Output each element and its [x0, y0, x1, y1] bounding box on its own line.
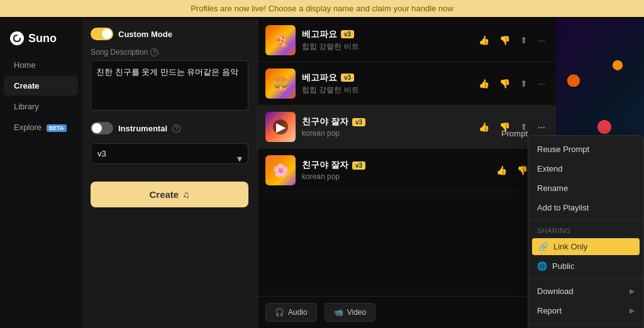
sidebar: Suno Home Create Library Explore BETA [0, 19, 82, 328]
instrumental-toggle[interactable] [91, 122, 113, 134]
download-label: Download [537, 287, 574, 296]
beta-badge: BETA [47, 124, 67, 132]
create-button[interactable]: Create ♫ [91, 182, 248, 207]
custom-mode-label: Custom Mode [118, 30, 172, 39]
song-genre-2: 힙힙 강렬한 비트 [302, 85, 475, 96]
song-item-1[interactable]: 🍕 베고파요 v3 힙힙 강렬한 비트 👍 👎 ⬆ ··· [258, 19, 556, 62]
video-button[interactable]: 📹 Video [325, 303, 375, 322]
audio-button[interactable]: 🎧 Audio [265, 303, 317, 322]
context-download[interactable]: Download ▶ [528, 282, 643, 301]
like-btn-4[interactable]: 👍 [493, 163, 510, 178]
more-btn-3[interactable]: ··· [535, 119, 548, 134]
context-extend[interactable]: Extend [528, 159, 643, 178]
report-arrow-icon: ▶ [630, 307, 635, 315]
reuse-prompt-label: Reuse Prompt [537, 145, 589, 154]
prompt-label: Prompt [501, 129, 528, 138]
songs-list: 🍕 베고파요 v3 힙힙 강렬한 비트 👍 👎 ⬆ ··· [258, 19, 556, 328]
version-tag-1: v3 [341, 30, 354, 38]
music-icon: ♫ [182, 189, 189, 200]
more-btn-1[interactable]: ··· [535, 33, 548, 48]
instrumental-help-icon[interactable]: ? [172, 124, 180, 133]
add-to-playlist-label: Add to Playlist [537, 203, 589, 212]
sidebar-item-explore[interactable]: Explore BETA [4, 118, 78, 137]
song-thumb-art-1: 🍕 [265, 25, 296, 55]
song-title-2: 베고파요 v3 [302, 72, 475, 84]
context-report[interactable]: Report ▶ [528, 301, 643, 320]
logo-icon [10, 31, 24, 45]
song-info-4: 친구야 잘자 v3 korean pop [302, 160, 493, 181]
more-btn-2[interactable]: ··· [535, 76, 548, 91]
rename-label: Rename [537, 183, 568, 193]
custom-mode-row: Custom Mode [91, 28, 248, 40]
globe-icon: 🌐 [537, 261, 547, 271]
like-btn-1[interactable]: 👍 [475, 33, 492, 48]
sidebar-item-home[interactable]: Home [4, 55, 78, 75]
video-icon: 📹 [334, 308, 343, 317]
context-menu: Reuse Prompt Extend Rename Add to Playli… [528, 135, 644, 328]
context-menu-divider-3 [528, 323, 643, 324]
version-select-wrapper: v3 v2 v1 [91, 143, 248, 173]
top-banner[interactable]: Profiles are now live! Choose a display … [0, 0, 644, 17]
song-desc-help-icon[interactable]: ? [150, 48, 158, 57]
custom-mode-toggle[interactable] [91, 28, 113, 40]
song-info-3: 친구야 잘자 v3 korean pop [302, 116, 475, 138]
song-thumb-4: 🌸 [265, 155, 296, 185]
song-genre-3: korean pop [302, 129, 475, 138]
song-genre-1: 힙힙 강렬한 비트 [302, 41, 475, 52]
like-btn-3[interactable]: 👍 [475, 119, 492, 134]
share-btn-2[interactable]: ⬆ [517, 76, 531, 91]
share-btn-1[interactable]: ⬆ [517, 33, 531, 48]
context-add-to-playlist[interactable]: Add to Playlist [528, 198, 643, 217]
dislike-btn-1[interactable]: 👎 [496, 33, 513, 48]
context-reuse-prompt[interactable]: Reuse Prompt [528, 139, 643, 159]
song-item-4[interactable]: 🌸 친구야 잘자 v3 korean pop 👍 👎 ⬆ [258, 149, 556, 192]
extend-label: Extend [537, 164, 562, 173]
play-icon-3[interactable]: ▶ [273, 119, 288, 134]
dislike-btn-2[interactable]: 👎 [496, 76, 513, 91]
version-tag-2: v3 [341, 74, 354, 82]
headphone-icon: 🎧 [275, 308, 284, 317]
version-tag-3: v3 [352, 118, 365, 126]
bottom-bar: 🎧 Audio 📹 Video [258, 296, 556, 328]
context-rename[interactable]: Rename [528, 178, 643, 198]
version-select[interactable]: v3 v2 v1 [91, 143, 248, 164]
instrumental-label: Instrumental [118, 124, 167, 133]
sidebar-item-explore-label: Explore [14, 123, 42, 132]
logo-label: Suno [28, 32, 57, 45]
song-info-2: 베고파요 v3 힙힙 강렬한 비트 [302, 72, 475, 96]
song-thumb-art-4: 🌸 [265, 155, 296, 185]
download-arrow-icon: ▶ [630, 287, 635, 295]
sharing-section-label: Sharing [528, 223, 643, 237]
sidebar-item-home-label: Home [14, 60, 36, 70]
song-desc-label: Song Description [91, 48, 148, 57]
context-menu-divider-1 [528, 220, 643, 221]
report-label: Report [537, 306, 562, 315]
link-icon: 🔗 [538, 242, 548, 251]
sidebar-item-library[interactable]: Library [4, 97, 78, 116]
song-thumb-3: ▶ [265, 112, 296, 142]
song-title-1: 베고파요 v3 [302, 29, 475, 40]
song-thumb-art-2: 🍔 [265, 68, 296, 99]
context-public[interactable]: 🌐 Public [528, 256, 643, 276]
song-item-2[interactable]: 🍔 베고파요 v3 힙힙 강렬한 비트 👍 👎 ⬆ ··· [258, 62, 556, 106]
song-desc-input[interactable]: 친한 친구를 웃게 만드는 유머같은 음악 [91, 60, 248, 111]
song-thumb-1: 🍕 [265, 25, 296, 55]
sidebar-item-library-label: Library [14, 102, 39, 111]
logo: Suno [0, 28, 82, 54]
left-panel: Custom Mode Song Description ? 친한 친구를 웃게… [82, 19, 258, 328]
song-title-3: 친구야 잘자 v3 [302, 116, 475, 128]
context-menu-divider-2 [528, 278, 643, 279]
context-link-only[interactable]: 🔗 Link Only [532, 238, 640, 255]
audio-label: Audio [288, 308, 308, 317]
version-tag-4: v3 [352, 161, 365, 170]
song-thumb-2: 🍔 [265, 68, 296, 99]
sidebar-item-create[interactable]: Create [4, 76, 78, 96]
banner-text: Profiles are now live! Choose a display … [191, 4, 453, 13]
song-title-4: 친구야 잘자 v3 [302, 160, 493, 171]
create-button-label: Create [150, 189, 179, 200]
song-thumb-art-3: ▶ [265, 112, 296, 142]
song-item-3[interactable]: ▶ 친구야 잘자 v3 korean pop 👍 👎 ⬆ ··· [258, 106, 556, 149]
song-info-1: 베고파요 v3 힙힙 강렬한 비트 [302, 29, 475, 52]
public-label: Public [552, 261, 574, 271]
like-btn-2[interactable]: 👍 [475, 76, 492, 91]
